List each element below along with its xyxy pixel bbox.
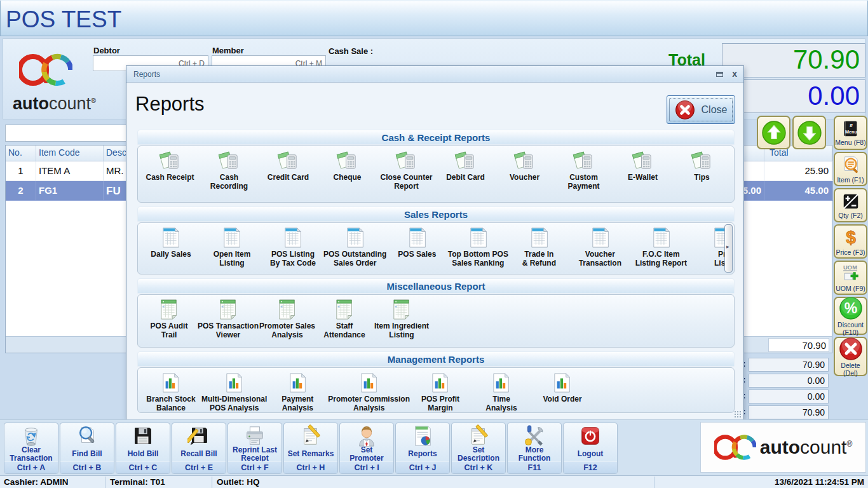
- toolbar-button-more-function[interactable]: MoreFunction F11: [507, 423, 562, 474]
- report-item-voucher[interactable]: Voucher Transaction: [569, 225, 630, 268]
- status-bar: Cashier: ADMIN Terminal: T01 Outlet: HQ …: [0, 475, 868, 488]
- minimize-icon[interactable]: [716, 72, 723, 77]
- toolbar-button-holdbill[interactable]: Hold Bill Ctrl + C: [116, 423, 170, 474]
- toolbar-button-clear-transaction[interactable]: ClearTransaction Ctrl + A: [4, 423, 58, 474]
- receipt-icon: [631, 148, 654, 172]
- report-item-tips[interactable]: Tips: [672, 148, 731, 182]
- report-item-pos-transaction[interactable]: POS Transaction Viewer: [198, 297, 259, 339]
- toolbar-button-setremarks[interactable]: Set Remarks Ctrl + H: [283, 423, 338, 474]
- toolbar-button-logout[interactable]: Logout F12: [563, 423, 618, 474]
- section-header: Cash & Receipt Reports: [137, 130, 735, 145]
- scroll-down-button[interactable]: [792, 116, 826, 149]
- report-icon: [396, 423, 449, 447]
- window-title: POS TEST: [6, 6, 121, 33]
- chart-icon: [288, 370, 307, 393]
- dialog-heading: Reports: [135, 93, 205, 116]
- report-item-time[interactable]: Time Analysis: [471, 370, 532, 412]
- report-item-payment[interactable]: Payment Analysis: [267, 370, 328, 412]
- toolbar-button-set-description[interactable]: SetDescription Ctrl + K: [451, 423, 506, 474]
- member-label: Member: [212, 46, 244, 55]
- section-scrollbar[interactable]: [724, 224, 733, 273]
- side-button-price[interactable]: $Price (F3): [834, 224, 867, 259]
- table-cell: 45.00: [764, 181, 833, 201]
- shortcut-label: Ctrl + E: [172, 461, 226, 473]
- table-cell: ITEM A: [36, 161, 104, 181]
- report-item-trade-in[interactable]: Trade In & Refund: [508, 225, 569, 268]
- side-button-menu[interactable]: fl MenuMenu (F8): [834, 116, 867, 150]
- report-item-pos-profit[interactable]: POS Profit Margin: [410, 370, 471, 412]
- cash-sale-label: Cash Sale :: [329, 46, 373, 56]
- report-item-close-counter[interactable]: Close Counter Report: [377, 148, 436, 191]
- status-datetime: 13/6/2021 11:24:51 PM: [655, 477, 868, 488]
- side-button-discountf[interactable]: %Discount (F10): [834, 297, 867, 335]
- side-button-uom[interactable]: UOM UOM (F9): [834, 261, 867, 295]
- notepad-icon: [219, 297, 237, 320]
- svg-text:$: $: [846, 227, 856, 247]
- scroll-up-button[interactable]: [757, 116, 790, 149]
- shortcut-label: Ctrl + H: [284, 461, 337, 473]
- table-cell: FG1: [36, 181, 104, 201]
- notepad-icon: [159, 297, 178, 320]
- report-item-debit-card[interactable]: Debit Card: [436, 148, 495, 182]
- resize-grip-icon[interactable]: [734, 410, 742, 418]
- svg-text:%: %: [844, 300, 857, 316]
- notepad-pencil-icon: [284, 423, 337, 447]
- close-icon[interactable]: x: [732, 69, 737, 79]
- report-item-item-ingredient[interactable]: Item Ingredient Listing: [373, 297, 430, 339]
- chart-icon: [161, 370, 180, 393]
- report-item-pos-audit[interactable]: POS Audit Trail: [140, 297, 198, 339]
- side-button-item[interactable]: Item (F1): [834, 152, 867, 186]
- toolbar-button-reprintlast-receipt[interactable]: Reprint LastReceipt Ctrl + F: [227, 423, 282, 474]
- report-item-promoter-commission[interactable]: Promoter Commission Analysis: [328, 370, 410, 412]
- report-item-e-wallet[interactable]: E-Wallet: [613, 148, 672, 182]
- report-item-pos-sales[interactable]: POS Sales: [386, 225, 447, 259]
- summary-value: 0.00: [749, 390, 829, 403]
- report-item-cash-receipt[interactable]: Cash Receipt: [140, 148, 200, 182]
- summary-value: 0.00: [749, 374, 829, 388]
- report-item-top-bottom-pos[interactable]: Top Bottom POS Sales Ranking: [447, 225, 508, 268]
- report-item-staff[interactable]: Staff Attendance: [316, 297, 373, 339]
- floppy-icon: [116, 423, 170, 447]
- power-icon: [564, 423, 617, 447]
- close-red-icon: [675, 100, 695, 120]
- sheet-icon: [591, 225, 609, 248]
- close-button[interactable]: Close: [667, 95, 735, 124]
- side-button-qty[interactable]: Qty (F2): [834, 188, 867, 222]
- notepad-pencil-icon: [452, 423, 505, 447]
- sheet-icon: [652, 225, 670, 248]
- report-item-promoter-sales[interactable]: Promoter Sales Analysis: [259, 297, 316, 339]
- report-item-daily-sales[interactable]: Daily Sales: [140, 225, 201, 259]
- table-cell: 25.90: [764, 161, 833, 181]
- toolbar-button-recallbill[interactable]: Recall Bill Ctrl + E: [172, 423, 226, 474]
- receipt-icon: [513, 148, 536, 172]
- sheet-icon: [530, 225, 548, 248]
- report-item-open-item[interactable]: Open Item Listing: [201, 225, 262, 268]
- report-item-voucher[interactable]: Voucher: [495, 148, 554, 182]
- shortcut-label: Ctrl + A: [4, 461, 58, 473]
- section-panel: Branch Stock Balance Multi-Dimensional P…: [137, 367, 735, 413]
- shortcut-label: F12: [564, 461, 617, 473]
- report-item-multi-dimensional[interactable]: Multi-Dimensional POS Analysis: [201, 370, 267, 412]
- svg-text:UOM: UOM: [843, 264, 857, 271]
- table-cell: 2: [6, 181, 36, 201]
- toolbar-button-set-promoter[interactable]: SetPromoter Ctrl + I: [339, 423, 394, 474]
- report-item-cheque[interactable]: Cheque: [318, 148, 377, 182]
- side-button-deletedel[interactable]: Delete (Del): [834, 337, 867, 376]
- autocount-logo-icon: [714, 432, 756, 463]
- summary-value: 70.90: [749, 405, 829, 419]
- receipt-icon: [158, 148, 182, 172]
- sheet-icon: [346, 225, 364, 248]
- report-item-pos-listing[interactable]: POS Listing By Tax Code: [262, 225, 323, 268]
- report-item-custom[interactable]: Custom Payment: [554, 148, 613, 191]
- report-item-f-o-c-item[interactable]: F.O.C Item Listing Report: [630, 225, 691, 268]
- dialog-title: Reports: [133, 70, 160, 79]
- toolbar-button-reports[interactable]: Reports Ctrl + J: [395, 423, 450, 474]
- report-item-cash[interactable]: Cash Recording: [200, 148, 259, 191]
- chart-icon: [431, 370, 449, 393]
- report-item-branch-stock[interactable]: Branch Stock Balance: [140, 370, 201, 412]
- report-item-void-order[interactable]: Void Order: [532, 370, 593, 403]
- report-item-pos-outstanding[interactable]: POS Outstanding Sales Order: [323, 225, 386, 268]
- sheet-icon: [283, 225, 302, 248]
- report-item-credit-card[interactable]: Credit Card: [259, 148, 318, 182]
- toolbar-button-findbill[interactable]: Find Bill Ctrl + B: [60, 423, 114, 474]
